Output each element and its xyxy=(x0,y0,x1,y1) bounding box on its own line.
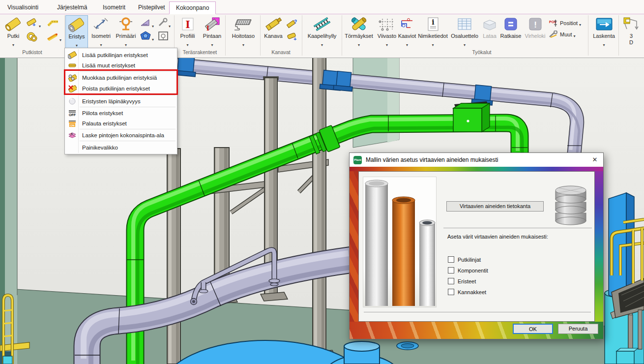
clash-check-icon xyxy=(343,15,375,33)
pipe-icon xyxy=(2,15,24,33)
3d-export-icon xyxy=(620,15,643,33)
add-pipeline-insulation-icon xyxy=(65,51,79,59)
ribbon-button-profiili[interactable]: I Profiili xyxy=(176,15,200,48)
dropdown-arrow-icon xyxy=(39,21,41,25)
ribbon-button-primaari[interactable]: Primääri xyxy=(114,15,138,48)
dropdown-arrow-icon xyxy=(2,39,24,44)
pipes-illustration xyxy=(363,177,437,307)
duct-icon xyxy=(261,15,286,33)
dropdown-arrow-icon xyxy=(89,39,113,44)
ribbon-button-virheloki: ! Virheloki xyxy=(523,15,547,48)
primary-support-icon xyxy=(114,15,138,33)
ribbon-button-osaluettelo[interactable]: Osaluettelo xyxy=(449,15,480,48)
menu-item-lisaa-putkilinjan-eristykset[interactable]: Lisää putkilinjan eristykset xyxy=(65,50,176,60)
dropdown-arrow-icon xyxy=(417,39,449,44)
silver-pipe xyxy=(419,222,435,306)
ribbon-button-duct-add[interactable]: + xyxy=(287,31,298,41)
svg-text:i: i xyxy=(432,18,434,26)
dropdown-arrow-icon xyxy=(573,32,575,37)
ribbon-button-pintaan[interactable]: I Pintaan xyxy=(200,15,224,48)
solve-icon xyxy=(499,15,523,33)
dropdown-arrow-icon xyxy=(169,21,171,25)
ribbon-button-weld[interactable] xyxy=(46,31,61,41)
ribbon-button-ratkaise[interactable]: Ratkaise xyxy=(499,15,523,48)
svg-text:OFF: OFF xyxy=(69,113,76,117)
flowing-materials-database-button[interactable]: Virtaavien aineiden tietokanta xyxy=(446,201,544,212)
ribbon-button-muut[interactable]: Muut xyxy=(549,30,575,38)
checkbox-row-eristeet: Eristeet xyxy=(448,278,476,284)
dropdown-arrow-icon xyxy=(176,39,200,44)
insulation-icon xyxy=(66,16,88,33)
menu-item-eristysten-lapinakyvyys[interactable]: Eristysten läpinäkyvyys xyxy=(65,96,176,106)
ribbon-button-hoitotaso[interactable]: Hoitotaso xyxy=(227,15,260,48)
ribbon-button-add-pipe[interactable]: + xyxy=(26,18,41,28)
dropdown-arrow-icon xyxy=(579,21,581,26)
ribbon-button-pipe-flange[interactable] xyxy=(26,30,38,42)
menu-item-painikevalikko[interactable]: Painikevalikko xyxy=(65,142,176,152)
ribbon-button-3d-view[interactable] xyxy=(140,30,154,41)
ok-button[interactable]: OK xyxy=(513,324,553,334)
insulation-transparency-icon xyxy=(65,97,79,105)
ribbon-button-laskenta[interactable]: Laskenta xyxy=(590,15,618,48)
svg-text:+: + xyxy=(32,22,35,28)
eristeet-checkbox[interactable] xyxy=(448,278,454,284)
rainbow-border-top xyxy=(350,167,603,171)
ribbon-button-support-template[interactable] xyxy=(140,18,154,28)
menu-item-piilota-eristykset[interactable]: OFF Piilota eristykset xyxy=(65,108,176,118)
ribbon-button-nimiketiedot[interactable]: i Nimiketiedot xyxy=(417,15,449,48)
tab-pistepilvet[interactable]: Pistepilvet xyxy=(132,1,172,14)
putkilinjat-checkbox[interactable] xyxy=(448,256,454,263)
isometric-dimension-icon xyxy=(89,15,113,33)
ribbon-button-pipe-elbow[interactable] xyxy=(46,17,60,28)
kannakkeet-checkbox[interactable] xyxy=(448,289,454,295)
tab-isometrit[interactable]: Isometrit xyxy=(96,1,132,14)
database-icon xyxy=(552,182,590,228)
ribbon-button-eristys[interactable]: Eristys xyxy=(65,15,88,48)
ribbon-tab-bar: Visualisointi Järjestelmä Isometrit Pist… xyxy=(0,0,644,14)
group-label-putkistot: Putkistot xyxy=(0,49,64,55)
separator xyxy=(443,228,592,228)
plant-app-icon: Plant xyxy=(353,156,362,164)
ribbon-button-kaapelihylly[interactable]: Kaapelihylly xyxy=(303,15,341,48)
steel-profile-icon: I xyxy=(176,15,200,33)
close-icon[interactable] xyxy=(589,155,600,165)
separator xyxy=(364,312,591,312)
error-log-icon: ! xyxy=(523,15,547,33)
ribbon-button-kaaviot[interactable]: Kaaviot xyxy=(398,15,416,48)
ribbon-button-tormaykset[interactable]: Törmäykset xyxy=(343,15,375,48)
ribbon-button-duct-query[interactable]: ? xyxy=(287,19,298,29)
tab-visualisointi[interactable]: Visualisointi xyxy=(1,1,45,14)
cancel-button[interactable]: Peruuta xyxy=(558,324,598,334)
dialog-instruction: Aseta värit virtaavien aineiden mukaises… xyxy=(447,234,548,240)
platform-icon xyxy=(227,15,260,33)
ribbon-button-positiot[interactable]: POS Positiot xyxy=(549,19,581,28)
menu-item-palauta-eristykset[interactable]: ON Palauta eristykset xyxy=(65,118,176,128)
komponentit-checkbox[interactable] xyxy=(448,267,454,273)
tab-jarjestelma[interactable]: Järjestelmä xyxy=(51,1,93,14)
insulation-off-icon: OFF xyxy=(65,109,79,117)
calculation-icon xyxy=(590,15,618,33)
svg-text:+: + xyxy=(293,36,296,41)
dialog-inner-panel: Virtaavien aineiden tietokanta Aseta vär… xyxy=(358,171,595,322)
model-colors-dialog: Plant Mallin värien asetus virtaavien ai… xyxy=(349,152,604,339)
ribbon-button-putki[interactable]: Putki xyxy=(2,15,24,48)
dropdown-arrow-icon xyxy=(152,34,154,38)
menu-item-laske-kokonaispinta-ala[interactable]: A Laske pintojen kokonaispinta-ala xyxy=(65,130,176,140)
dropdown-arrow-icon xyxy=(398,39,416,44)
tab-kokoonpano[interactable]: Kokoonpano xyxy=(169,1,216,14)
ribbon-button-kanava[interactable]: Kanava xyxy=(261,15,286,48)
ribbon-button-isometri[interactable]: Isometri xyxy=(89,15,113,48)
ribbon-button-3d[interactable]: 3D xyxy=(620,15,643,48)
dropdown-arrow-icon xyxy=(114,39,138,44)
dialog-title-bar[interactable]: Plant Mallin värien asetus virtaavien ai… xyxy=(350,153,603,167)
ribbon-button-frame[interactable] xyxy=(157,30,169,41)
dropdown-arrow-icon xyxy=(303,39,341,44)
ribbon-button-viivasto[interactable]: Viivasto xyxy=(377,15,397,48)
item-info-icon: i xyxy=(417,15,449,33)
dropdown-arrow-icon xyxy=(152,21,154,25)
parts-list-icon xyxy=(449,15,480,33)
ribbon-button-tools[interactable] xyxy=(157,18,171,28)
dropdown-arrow-icon xyxy=(66,40,88,44)
svg-text:?: ? xyxy=(294,19,297,25)
menu-item-lisaa-muut-eristykset[interactable]: Lisää muut eristykset xyxy=(65,60,176,70)
